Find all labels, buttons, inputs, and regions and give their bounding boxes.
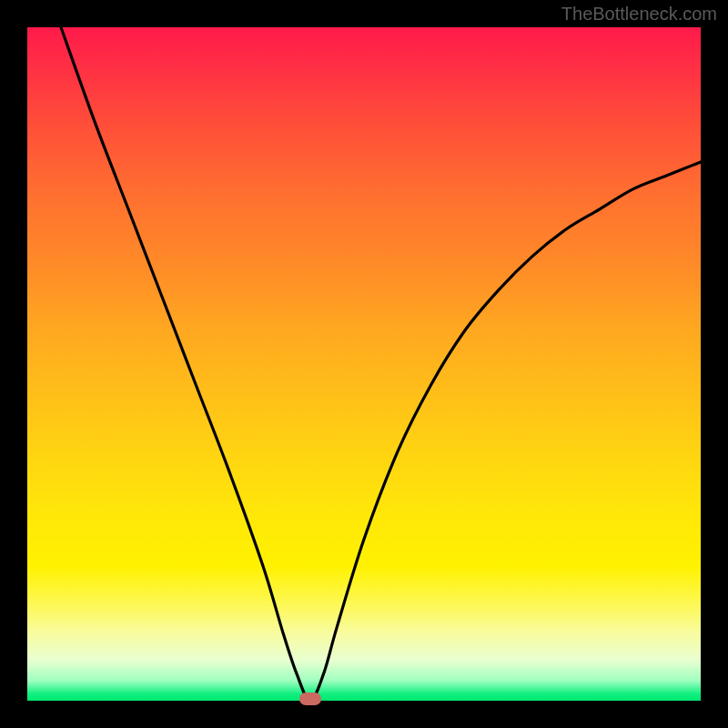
minimum-marker [299,693,321,705]
watermark-text: TheBottleneck.com [561,4,717,25]
chart-container: TheBottleneck.com [0,0,728,728]
bottleneck-curve [27,27,701,701]
plot-area [27,27,701,701]
